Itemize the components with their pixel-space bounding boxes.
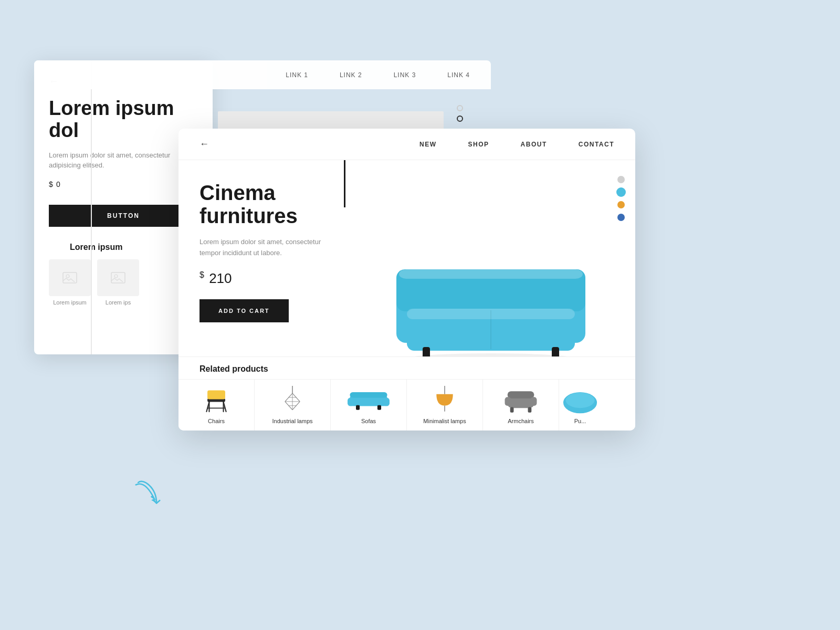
related-label-chairs: Chairs (208, 418, 225, 424)
min-lamp-image (424, 386, 466, 415)
bg-title: Lorem ipsum dol (49, 98, 198, 142)
bg-nav-link-4[interactable]: LINK 4 (447, 71, 470, 79)
bg-thumb-1[interactable]: Lorem ipsum (49, 259, 91, 306)
bg-price-value: 0 (56, 180, 60, 188)
pouf-image (559, 386, 601, 415)
svg-rect-31 (350, 392, 387, 398)
color-dot-blue[interactable] (617, 188, 625, 196)
related-label-lamps: Industrial lamps (272, 418, 312, 424)
related-title: Related products (178, 356, 635, 379)
bg-thumb-box-2 (97, 259, 139, 296)
bg-nav-link-3[interactable]: LINK 3 (394, 71, 416, 79)
related-item-sofas[interactable]: Sofas (331, 380, 407, 430)
related-products-row: Chairs (178, 379, 635, 430)
blue-arrow-indicator (131, 476, 168, 514)
svg-rect-0 (63, 272, 77, 283)
svg-rect-39 (508, 391, 534, 398)
bg-thumb-label-1: Lorem ipsum (53, 299, 87, 306)
related-item-armchairs[interactable]: Armchairs (483, 380, 559, 430)
nav-about[interactable]: ABOUT (521, 141, 547, 148)
bg-thumb-box-1 (49, 259, 91, 296)
nav-shop[interactable]: SHOP (468, 141, 489, 148)
main-nav: ← NEW SHOP ABOUT CONTACT (178, 129, 635, 160)
related-label-armchairs: Armchairs (508, 418, 534, 424)
color-dot-dark-blue[interactable] (617, 214, 625, 221)
related-item-min-lamps[interactable]: Minimalist lamps (407, 380, 483, 430)
svg-rect-40 (505, 397, 511, 406)
lamp-image (271, 386, 313, 415)
bg-price: $ 0 (49, 180, 198, 194)
bg-nav-link-2[interactable]: LINK 2 (340, 71, 362, 79)
related-label-sofas: Sofas (361, 418, 376, 424)
svg-rect-2 (111, 272, 125, 283)
related-item-pouf[interactable]: Pu... (559, 380, 601, 430)
nav-contact[interactable]: CONTACT (579, 141, 614, 148)
svg-rect-43 (528, 407, 532, 413)
main-back-button[interactable]: ← (200, 139, 209, 150)
svg-rect-32 (348, 398, 354, 406)
bg-related-title: Lorem ipsum (49, 243, 198, 252)
svg-rect-10 (399, 269, 583, 279)
color-dot-gray[interactable] (617, 176, 625, 183)
svg-rect-42 (510, 407, 514, 413)
bg-thumb-label-2: Lorem ips (106, 299, 131, 306)
svg-rect-41 (531, 397, 537, 406)
sofa-mini-image (348, 386, 390, 415)
svg-rect-33 (383, 398, 390, 406)
svg-rect-35 (377, 405, 381, 410)
accent-bar (344, 160, 345, 207)
product-price: $ 210 (200, 270, 326, 287)
dot-2[interactable] (457, 116, 463, 122)
color-dot-orange[interactable] (617, 201, 625, 208)
bg-button[interactable]: BUTTON (49, 205, 198, 227)
svg-point-1 (66, 275, 69, 278)
price-symbol: $ (200, 270, 204, 279)
related-label-min-lamps: Minimalist lamps (423, 418, 466, 424)
product-description: Lorem ipsum dolor sit amet, consectetur … (200, 237, 326, 259)
bg-nav-link-1[interactable]: LINK 1 (286, 71, 308, 79)
svg-point-45 (566, 393, 595, 408)
armchair-image (500, 386, 542, 415)
related-section: Related products (178, 356, 635, 430)
product-title: Cinema furnitures (200, 181, 326, 227)
main-card: ← NEW SHOP ABOUT CONTACT Cinema furnitur… (178, 129, 635, 430)
add-to-cart-button[interactable]: ADD TO CART (200, 299, 289, 322)
color-selector (617, 176, 625, 221)
dot-1[interactable] (457, 105, 463, 111)
svg-point-3 (114, 275, 118, 278)
chair-image (195, 386, 237, 415)
sofa-illustration (381, 238, 601, 364)
bg-description: Lorem ipsum dolor sit amet, consectetur … (49, 150, 198, 171)
slider-dots-bg (457, 105, 463, 122)
price-value: 210 (209, 270, 232, 286)
nav-new[interactable]: NEW (419, 141, 437, 148)
bg-price-symbol: $ (49, 180, 53, 188)
svg-rect-15 (207, 390, 225, 399)
related-item-lamps[interactable]: Industrial lamps (255, 380, 331, 430)
bg-vertical-divider (91, 60, 92, 354)
bg-thumb-2[interactable]: Lorem ips (97, 259, 139, 306)
related-item-chairs[interactable]: Chairs (178, 380, 255, 430)
related-label-pouf: Pu... (574, 418, 586, 424)
svg-rect-34 (356, 405, 360, 410)
